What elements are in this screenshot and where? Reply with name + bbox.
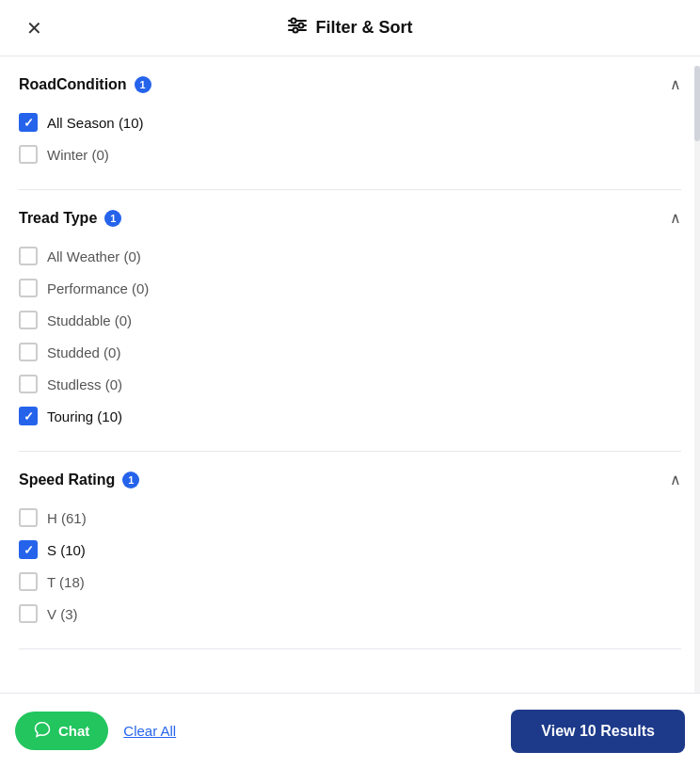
checkbox-v[interactable]: [19, 604, 38, 623]
checkbox-studdable[interactable]: [19, 311, 38, 329]
label-studdable: Studdable (0): [47, 312, 132, 328]
chat-icon: [34, 721, 51, 741]
filter-item-all-weather[interactable]: All Weather (0): [19, 240, 681, 272]
view-results-label: View 10 Results: [541, 723, 655, 739]
section-header-road-condition[interactable]: RoadCondition1∧: [19, 75, 681, 93]
chat-label: Chat: [58, 723, 89, 739]
label-t: T (18): [47, 574, 85, 590]
info-badge-tread-type: 1: [104, 210, 121, 227]
scrollbar-track[interactable]: [694, 66, 700, 693]
chevron-icon-road-condition: ∧: [670, 75, 681, 93]
label-all-weather: All Weather (0): [47, 248, 141, 264]
section-header-speed-rating[interactable]: Speed Rating1∧: [19, 471, 681, 488]
clear-all-label: Clear All: [123, 723, 176, 739]
filter-item-touring[interactable]: Touring (10): [19, 400, 681, 432]
checkbox-t[interactable]: [19, 572, 38, 591]
chevron-icon-speed-rating: ∧: [670, 471, 681, 488]
checkbox-h[interactable]: [19, 508, 38, 527]
section-title-road-condition: RoadCondition1: [19, 76, 151, 93]
section-road-condition: RoadCondition1∧All Season (10)Winter (0): [19, 56, 681, 190]
chevron-icon-tread-type: ∧: [670, 209, 681, 227]
filter-item-performance[interactable]: Performance (0): [19, 272, 681, 304]
label-studded: Studded (0): [47, 344, 120, 360]
header: ✕ Filter & Sort: [0, 0, 700, 56]
header-text: Filter & Sort: [315, 18, 412, 38]
scrollbar-thumb[interactable]: [694, 66, 700, 141]
filter-item-h[interactable]: H (61): [19, 502, 681, 534]
filter-item-studless[interactable]: Studless (0): [19, 368, 681, 400]
section-header-tread-type[interactable]: Tread Type1∧: [19, 209, 681, 227]
checkbox-s[interactable]: [19, 540, 38, 559]
label-performance: Performance (0): [47, 280, 149, 296]
label-v: V (3): [47, 606, 78, 622]
header-title: Filter & Sort: [287, 15, 412, 40]
section-speed-rating: Speed Rating1∧H (61)S (10)T (18)V (3): [19, 452, 681, 649]
clear-all-button[interactable]: Clear All: [123, 723, 176, 739]
filter-content: RoadCondition1∧All Season (10)Winter (0)…: [0, 56, 700, 683]
label-s: S (10): [47, 542, 86, 558]
checkbox-all-weather[interactable]: [19, 247, 38, 265]
svg-point-5: [294, 28, 298, 33]
section-title-speed-rating: Speed Rating1: [19, 472, 139, 488]
filter-item-studded[interactable]: Studded (0): [19, 336, 681, 368]
label-h: H (61): [47, 510, 87, 526]
svg-point-4: [299, 24, 304, 28]
close-button[interactable]: ✕: [19, 13, 49, 43]
close-icon: ✕: [26, 17, 42, 40]
filter-sort-icon: [287, 15, 308, 40]
svg-point-3: [292, 19, 296, 24]
checkbox-touring[interactable]: [19, 407, 38, 425]
view-results-button[interactable]: View 10 Results: [511, 710, 685, 753]
checkbox-winter[interactable]: [19, 145, 38, 164]
filter-item-winter[interactable]: Winter (0): [19, 138, 681, 170]
checkbox-studless[interactable]: [19, 375, 38, 393]
label-studless: Studless (0): [47, 376, 122, 392]
filter-item-studdable[interactable]: Studdable (0): [19, 304, 681, 336]
checkbox-performance[interactable]: [19, 279, 38, 297]
checkbox-all-season[interactable]: [19, 113, 38, 132]
chat-button[interactable]: Chat: [15, 712, 108, 750]
filter-item-s[interactable]: S (10): [19, 534, 681, 566]
section-title-tread-type: Tread Type1: [19, 210, 121, 227]
label-touring: Touring (10): [47, 408, 122, 424]
section-tread-type: Tread Type1∧All Weather (0)Performance (…: [19, 190, 681, 452]
info-badge-speed-rating: 1: [122, 472, 139, 488]
footer: Chat Clear All View 10 Results: [0, 693, 700, 768]
filter-item-all-season[interactable]: All Season (10): [19, 106, 681, 138]
checkbox-studded[interactable]: [19, 343, 38, 361]
label-all-season: All Season (10): [47, 115, 144, 131]
label-winter: Winter (0): [47, 147, 109, 163]
filter-item-t[interactable]: T (18): [19, 566, 681, 598]
filter-item-v[interactable]: V (3): [19, 598, 681, 630]
info-badge-road-condition: 1: [135, 76, 151, 93]
